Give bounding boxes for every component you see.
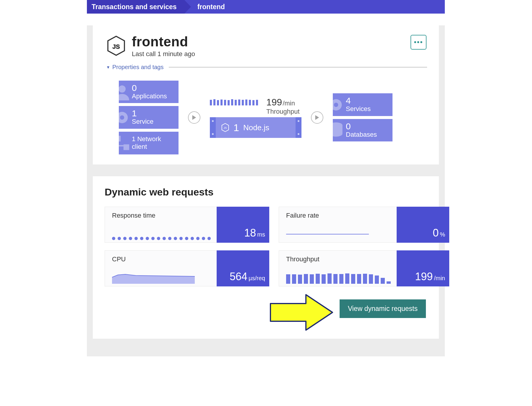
breadcrumb-root-label: Transactions and services	[92, 3, 177, 11]
svg-rect-5	[119, 136, 121, 141]
tile-services[interactable]: 4 Services	[333, 93, 392, 116]
service-flow-diagram: 0 Applications 1 Service 1 Network clien…	[107, 81, 427, 154]
page-subtitle: Last call 1 minute ago	[132, 50, 195, 58]
view-dynamic-requests-button[interactable]: View dynamic requests	[340, 299, 426, 318]
nodejs-icon: JS	[107, 35, 125, 56]
more-actions-button[interactable]: •••	[411, 35, 426, 50]
metric-value: 0 %	[397, 207, 449, 243]
tile-applications[interactable]: 0 Applications	[119, 81, 179, 103]
flow-arrow-right-2[interactable]	[311, 111, 323, 124]
properties-toggle[interactable]: ▾ Properties and tags	[107, 64, 427, 71]
tile-service[interactable]: 1 Service	[119, 106, 179, 128]
person-icon	[119, 83, 131, 100]
response-time-spark-icon	[112, 237, 211, 240]
tile-network-client[interactable]: 1 Network client	[119, 132, 179, 154]
svg-text:JS: JS	[112, 43, 120, 50]
throughput-label: 199/min Throughput	[266, 97, 300, 115]
metric-failure-rate[interactable]: Failure rate 0 %	[279, 207, 449, 243]
cpu-spark-icon	[112, 272, 211, 284]
svg-marker-10	[315, 115, 319, 120]
throughput-sparkline-icon	[210, 98, 258, 105]
dynamic-requests-heading: Dynamic web requests	[105, 186, 427, 198]
svg-point-12	[334, 102, 338, 107]
svg-point-2	[119, 85, 126, 92]
annotation-arrow-icon	[267, 289, 335, 336]
tile-databases[interactable]: 0 Databases	[333, 119, 392, 141]
metric-value: 18 ms	[217, 207, 269, 243]
throughput-spark-icon	[286, 272, 391, 284]
nodejs-icon: JS	[221, 123, 229, 132]
flow-arrow-right-1[interactable]	[188, 111, 200, 124]
svg-text:JS: JS	[224, 127, 227, 130]
network-icon	[119, 134, 131, 151]
svg-point-4	[120, 115, 124, 120]
metric-response-time[interactable]: Response time 18 ms	[105, 207, 269, 243]
metric-value: 199 /min	[397, 250, 449, 286]
svg-marker-14	[270, 295, 332, 330]
metric-cpu[interactable]: CPU 564 µs/req	[105, 250, 269, 286]
service-header-panel: JS frontend Last call 1 minute ago ••• ▾…	[93, 25, 439, 164]
failure-rate-spark-icon	[286, 234, 369, 234]
metric-throughput[interactable]: Throughput	[279, 250, 449, 286]
breadcrumb: Transactions and services frontend	[87, 0, 445, 14]
gear-icon	[333, 96, 345, 113]
svg-marker-7	[192, 115, 196, 120]
breadcrumb-root[interactable]: Transactions and services	[87, 0, 184, 14]
dynamic-requests-panel: Dynamic web requests Response time	[93, 176, 439, 339]
db-icon	[333, 122, 345, 139]
chevron-down-icon: ▾	[107, 64, 109, 70]
svg-rect-6	[124, 144, 129, 150]
gear-icon	[119, 109, 131, 126]
metric-value: 564 µs/req	[217, 250, 269, 286]
page-title: frontend	[132, 34, 195, 50]
server-tile[interactable]: JS 1 Node.js	[210, 117, 301, 138]
